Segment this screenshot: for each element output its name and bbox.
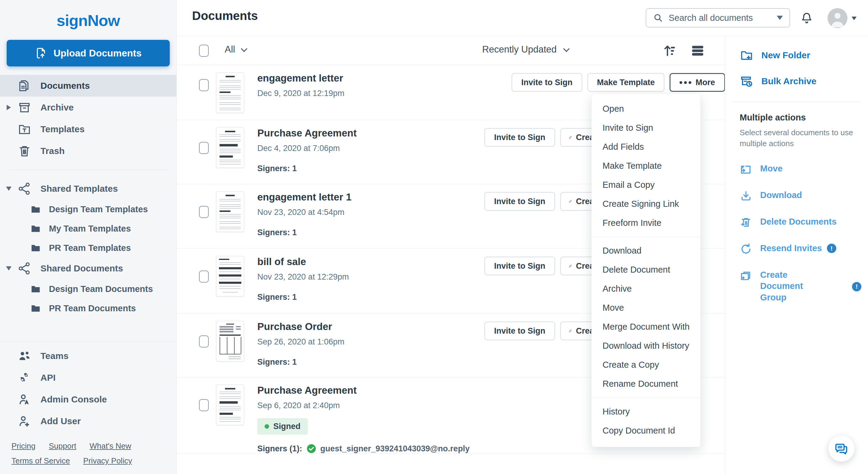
filter-dropdown[interactable]: All <box>225 44 246 55</box>
new-folder-button[interactable]: New Folder <box>725 48 868 62</box>
more-button[interactable]: More <box>670 73 725 92</box>
list-view-icon[interactable] <box>690 43 706 59</box>
menu-item-delete-document[interactable]: Delete Document <box>592 260 701 279</box>
upload-documents-button[interactable]: Upload Documents <box>7 40 170 66</box>
make-template-button[interactable]: Make Template <box>587 73 665 92</box>
search-input[interactable] <box>669 13 771 23</box>
delete-documents-action[interactable]: Delete Documents <box>725 216 868 229</box>
sidebar-item-design-team-documents[interactable]: Design Team Documents <box>0 279 176 298</box>
document-title[interactable]: engagement letter <box>257 72 344 84</box>
sidebar-item-add-user[interactable]: Add User <box>0 410 176 432</box>
menu-item-invite-to-sign[interactable]: Invite to Sign <box>592 118 701 137</box>
row-checkbox[interactable] <box>199 336 209 348</box>
document-date: Dec 4, 2020 at 7:06pm <box>257 144 357 153</box>
menu-item-email-a-copy[interactable]: Email a Copy <box>592 176 701 194</box>
document-thumbnail[interactable] <box>216 256 244 296</box>
select-all-checkbox[interactable] <box>199 45 209 57</box>
row-checkbox[interactable] <box>199 271 209 283</box>
documents-icon <box>18 79 31 93</box>
document-title[interactable]: Purchase Agreement <box>257 127 357 139</box>
bulk-archive-button[interactable]: Bulk Archive <box>725 74 868 88</box>
sort-dropdown[interactable]: Recently Updated <box>482 44 568 55</box>
notifications-bell-icon[interactable] <box>800 11 813 25</box>
document-signers: Signers: 1 <box>257 292 349 302</box>
menu-item-archive[interactable]: Archive <box>592 279 701 298</box>
row-checkbox[interactable] <box>199 79 209 91</box>
sidebar-item-shared-documents[interactable]: Shared Documents <box>0 257 176 279</box>
sidebar-item-label: Archive <box>40 102 74 113</box>
sidebar-item-templates[interactable]: Templates <box>0 118 176 140</box>
sidebar-item-design-team-templates[interactable]: Design Team Templates <box>0 199 176 219</box>
invite-to-sign-button[interactable]: Invite to Sign <box>485 128 555 147</box>
menu-item-create-a-copy[interactable]: Create a Copy <box>592 355 701 374</box>
sidebar-item-pr-team-documents[interactable]: PR Team Documents <box>0 298 176 318</box>
menu-item-merge-document-with[interactable]: Merge Document With <box>592 317 701 336</box>
sidebar-item-label: Documents <box>40 81 90 91</box>
sidebar-item-archive[interactable]: Archive <box>0 97 176 118</box>
status-badge: Signed <box>257 418 308 435</box>
sidebar-item-documents[interactable]: Documents <box>0 75 176 97</box>
document-thumbnail[interactable] <box>216 321 244 361</box>
add-user-icon <box>18 414 31 428</box>
menu-item-copy-document-id[interactable]: Copy Document Id <box>592 421 701 440</box>
filter-label: All <box>225 44 235 55</box>
create-document-group-action[interactable]: Create Document Group <box>725 269 868 304</box>
sidebar-item-label: API <box>40 373 56 383</box>
collapse-arrow-icon[interactable] <box>6 266 11 271</box>
menu-item-freeform-invite[interactable]: Freeform Invite <box>592 214 701 232</box>
invite-to-sign-button[interactable]: Invite to Sign <box>485 257 555 275</box>
download-label: Download <box>760 190 802 201</box>
collapse-arrow-icon[interactable] <box>6 187 11 191</box>
sidebar-item-trash[interactable]: Trash <box>0 140 176 162</box>
sort-order-icon[interactable] <box>661 43 677 59</box>
signer-line: Signers (1): guest_signer_939241043039@n… <box>257 444 470 453</box>
link-pricing[interactable]: Pricing <box>11 441 35 451</box>
search-bar[interactable] <box>646 8 790 28</box>
user-avatar[interactable] <box>828 8 847 28</box>
row-checkbox[interactable] <box>199 399 209 411</box>
row-checkbox[interactable] <box>199 142 209 154</box>
invite-to-sign-button[interactable]: Invite to Sign <box>485 321 555 340</box>
sidebar-item-label: PR Team Templates <box>49 243 131 253</box>
menu-item-make-template[interactable]: Make Template <box>592 156 701 176</box>
menu-item-rename-document[interactable]: Rename Document <box>592 374 701 393</box>
sidebar-item-teams[interactable]: Teams <box>0 345 176 367</box>
account-menu-caret-icon[interactable] <box>852 17 857 20</box>
resend-invites-label: Resend Invites <box>760 243 822 254</box>
link-privacy-policy[interactable]: Privacy Policy <box>83 456 132 466</box>
document-title[interactable]: Purchase Agreement <box>257 385 470 396</box>
row-checkbox[interactable] <box>199 206 209 218</box>
sidebar-item-shared-templates[interactable]: Shared Templates <box>0 178 176 199</box>
menu-item-download-with-history[interactable]: Download with History <box>592 336 701 355</box>
link-terms-of-service[interactable]: Terms of Service <box>11 456 70 466</box>
sidebar-item-admin-console[interactable]: Admin Console <box>0 388 176 410</box>
menu-item-create-signing-link[interactable]: Create Signing Link <box>592 194 701 214</box>
sidebar-item-api[interactable]: API <box>0 367 176 388</box>
signer-email[interactable]: guest_signer_939241043039@no.reply <box>320 444 470 453</box>
menu-item-move[interactable]: Move <box>592 298 701 317</box>
menu-item-add-fields[interactable]: Add Fields <box>592 137 701 156</box>
chat-support-button[interactable] <box>829 436 855 462</box>
link-support[interactable]: Support <box>49 441 76 451</box>
download-action[interactable]: Download <box>725 190 868 202</box>
sidebar-item-my-team-templates[interactable]: My Team Templates <box>0 219 176 238</box>
invite-to-sign-button[interactable]: Invite to Sign <box>512 73 582 92</box>
document-thumbnail[interactable] <box>216 385 244 425</box>
menu-item-history[interactable]: History <box>592 402 701 421</box>
document-title[interactable]: Purchase Order <box>257 321 344 333</box>
menu-item-open[interactable]: Open <box>592 99 701 118</box>
sidebar-item-pr-team-templates[interactable]: PR Team Templates <box>0 238 176 257</box>
sidebar-item-label: Templates <box>40 124 85 134</box>
document-title[interactable]: bill of sale <box>257 256 349 267</box>
document-thumbnail[interactable] <box>216 72 244 113</box>
link-whats-new[interactable]: What's New <box>90 441 131 451</box>
document-thumbnail[interactable] <box>216 191 244 232</box>
document-title[interactable]: engagement letter 1 <box>257 191 351 203</box>
move-action[interactable]: Move <box>725 163 868 176</box>
invite-to-sign-button[interactable]: Invite to Sign <box>485 192 555 211</box>
menu-item-download[interactable]: Download <box>592 241 701 260</box>
resend-invites-action[interactable]: Resend Invites <box>725 243 868 255</box>
search-scope-caret-icon[interactable] <box>777 16 783 20</box>
document-thumbnail[interactable] <box>216 127 244 168</box>
expand-arrow-icon[interactable] <box>7 105 11 110</box>
